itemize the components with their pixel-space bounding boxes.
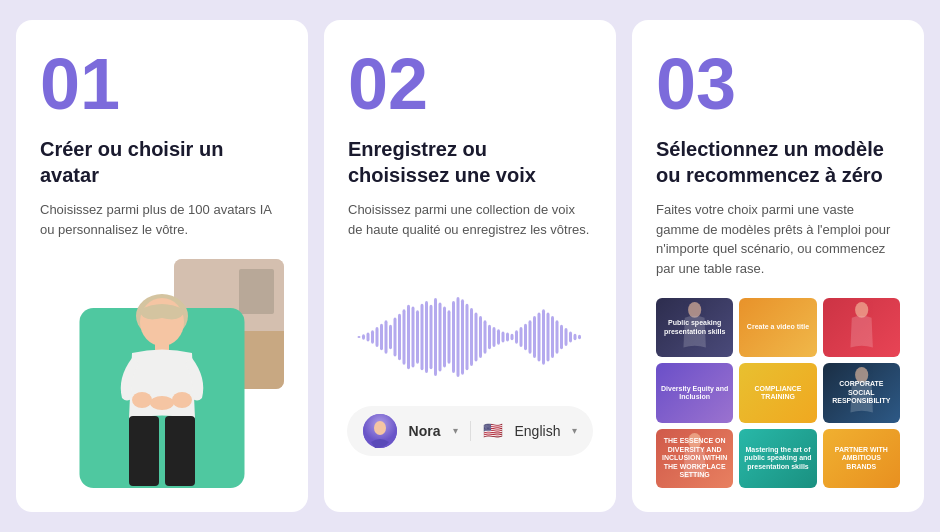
language-label: English xyxy=(515,423,561,439)
svg-rect-52 xyxy=(556,320,559,353)
card-1-number: 01 xyxy=(40,48,284,120)
voice-chevron-icon: ▾ xyxy=(453,425,458,436)
cards-container: 01 Créer ou choisir un avatar Choisissez… xyxy=(16,20,924,512)
template-thumb-4: Diversity Equity and Inclusion xyxy=(656,363,733,422)
svg-rect-53 xyxy=(560,324,563,348)
svg-point-4 xyxy=(150,396,174,410)
svg-rect-33 xyxy=(470,308,473,366)
svg-point-59 xyxy=(374,421,386,435)
svg-rect-18 xyxy=(403,309,406,365)
template-thumb-2: Create a video title xyxy=(739,298,816,357)
flag-icon: 🇺🇸 xyxy=(483,421,503,440)
svg-rect-44 xyxy=(520,327,523,347)
template-thumb-3 xyxy=(823,298,900,357)
svg-rect-7 xyxy=(165,416,195,486)
template-thumb-8: Mastering the art of public speaking and… xyxy=(739,429,816,488)
svg-rect-11 xyxy=(371,330,374,343)
svg-point-3 xyxy=(132,392,152,408)
svg-rect-45 xyxy=(524,323,527,350)
svg-rect-17 xyxy=(398,313,401,360)
svg-rect-30 xyxy=(457,297,460,377)
svg-rect-23 xyxy=(425,300,428,372)
svg-rect-48 xyxy=(538,312,541,361)
svg-rect-42 xyxy=(511,333,514,340)
svg-rect-20 xyxy=(412,306,415,367)
template-thumb-7: THE ESSENCE ON DIVERSITY AND INCLUSION W… xyxy=(656,429,733,488)
template-thumb-1: Public speaking presentation skills xyxy=(656,298,733,357)
svg-rect-9 xyxy=(362,334,365,340)
svg-rect-19 xyxy=(407,304,410,368)
card-2: 02 Enregistrez ou choisissez une voix Ch… xyxy=(324,20,616,512)
svg-rect-50 xyxy=(547,312,550,361)
svg-rect-57 xyxy=(578,334,581,338)
lang-chevron-icon: ▾ xyxy=(572,425,577,436)
card-3-number: 03 xyxy=(656,48,900,120)
svg-rect-26 xyxy=(439,302,442,371)
card-1-visual xyxy=(40,259,284,488)
template-thumb-5: COMPLIANCE TRAINING xyxy=(739,363,816,422)
card-2-title: Enregistrez ou choisissez une voix xyxy=(348,136,592,188)
svg-point-60 xyxy=(688,302,701,318)
svg-rect-46 xyxy=(529,320,532,353)
svg-rect-35 xyxy=(479,315,482,357)
svg-rect-43 xyxy=(515,330,518,343)
svg-rect-51 xyxy=(551,315,554,357)
svg-rect-40 xyxy=(502,331,505,342)
svg-rect-31 xyxy=(461,299,464,375)
waveform-container: Nora ▾ 🇺🇸 English ▾ xyxy=(348,259,592,488)
svg-rect-8 xyxy=(358,335,361,337)
svg-rect-39 xyxy=(497,329,500,345)
card-1-desc: Choisissez parmi plus de 100 avatars IA … xyxy=(40,200,284,239)
voice-name-label: Nora xyxy=(409,423,441,439)
voice-avatar xyxy=(363,414,397,448)
card-1: 01 Créer ou choisir un avatar Choisissez… xyxy=(16,20,308,512)
svg-rect-25 xyxy=(434,298,437,376)
svg-rect-49 xyxy=(542,309,545,365)
svg-point-5 xyxy=(172,392,192,408)
svg-rect-27 xyxy=(443,306,446,367)
svg-rect-55 xyxy=(569,331,572,342)
card-1-title: Créer ou choisir un avatar xyxy=(40,136,284,188)
voice-controls[interactable]: Nora ▾ 🇺🇸 English ▾ xyxy=(347,406,594,456)
svg-rect-12 xyxy=(376,327,379,347)
svg-rect-37 xyxy=(488,324,491,348)
templates-grid: Public speaking presentation skillsCreat… xyxy=(656,298,900,488)
svg-rect-38 xyxy=(493,327,496,347)
svg-rect-34 xyxy=(475,312,478,361)
svg-rect-21 xyxy=(416,310,419,363)
template-thumb-9: PARTNER WITH AMBITIOUS BRANDS xyxy=(823,429,900,488)
svg-rect-13 xyxy=(380,323,383,350)
svg-rect-15 xyxy=(389,324,392,348)
svg-rect-16 xyxy=(394,317,397,356)
voice-divider xyxy=(470,421,471,441)
svg-rect-41 xyxy=(506,332,509,341)
svg-point-61 xyxy=(855,302,868,318)
card-2-desc: Choisissez parmi une collection de voix … xyxy=(348,200,592,239)
svg-rect-32 xyxy=(466,303,469,370)
card-3-title: Sélectionnez un modèle ou recommencez à … xyxy=(656,136,900,188)
svg-rect-56 xyxy=(574,333,577,340)
card-2-number: 02 xyxy=(348,48,592,120)
svg-rect-47 xyxy=(533,315,536,357)
svg-rect-10 xyxy=(367,332,370,341)
svg-rect-54 xyxy=(565,328,568,346)
svg-rect-22 xyxy=(421,303,424,370)
card-3-desc: Faites votre choix parmi une vaste gamme… xyxy=(656,200,900,278)
template-thumb-6: CORPORATE SOCIAL RESPONSIBILITY xyxy=(823,363,900,422)
svg-rect-14 xyxy=(385,320,388,353)
room-furniture xyxy=(239,269,274,314)
card-3: 03 Sélectionnez un modèle ou recommencez… xyxy=(632,20,924,512)
svg-rect-28 xyxy=(448,310,451,363)
svg-rect-24 xyxy=(430,304,433,368)
waveform-svg xyxy=(350,292,590,382)
avatar-person xyxy=(87,288,237,488)
svg-rect-29 xyxy=(452,300,455,372)
svg-rect-36 xyxy=(484,320,487,353)
svg-rect-6 xyxy=(129,416,159,486)
